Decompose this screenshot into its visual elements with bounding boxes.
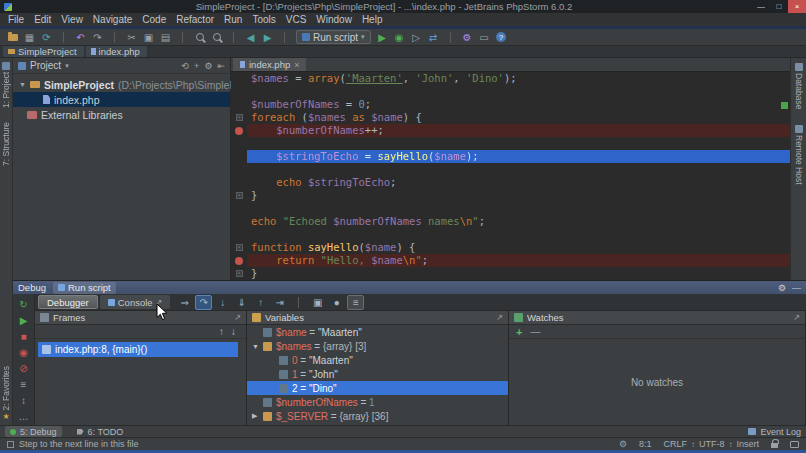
php-settings-icon[interactable]: ● [328, 295, 345, 310]
variable-row[interactable]: $name = "Maarten" [247, 325, 508, 339]
minimize-button[interactable]: — [752, 0, 770, 13]
breakpoint-icon[interactable] [235, 257, 243, 265]
variable-row[interactable]: ▼ $names = {array} [3] [247, 339, 508, 353]
copy-icon[interactable]: ▣ [140, 30, 157, 44]
sort-values-icon[interactable]: ↕ [16, 393, 32, 407]
project-structure-icon[interactable]: ▭ [476, 30, 493, 44]
rerun-icon[interactable]: ↻ [16, 297, 32, 311]
step-out-icon[interactable]: ↑ [252, 295, 269, 310]
code-line[interactable]: $names = array('Maarten', 'John', 'Dino'… [247, 72, 790, 85]
show-execution-point-icon[interactable]: ⇒ [176, 295, 193, 310]
menu-item[interactable]: Run [219, 14, 247, 25]
remove-watch-button[interactable]: — [530, 326, 540, 337]
open-icon[interactable] [4, 30, 21, 44]
separator[interactable] [442, 30, 459, 44]
replace-icon[interactable] [208, 30, 225, 44]
expand-arrow-icon[interactable]: ▶ [252, 412, 263, 420]
frame-up-icon[interactable]: ↑ [219, 326, 224, 337]
chevron-down-icon[interactable]: ▾ [65, 62, 69, 70]
undo-icon[interactable]: ↶ [72, 30, 89, 44]
breadcrumb-file[interactable]: index.php [86, 46, 147, 57]
tool-button-favorites[interactable]: 2: Favorites ★ [1, 366, 11, 421]
separator[interactable] [290, 295, 307, 310]
tree-item-root[interactable]: ▼ SimpleProject (D:\Projects\Php\SimpleP… [13, 77, 230, 92]
variable-row[interactable]: $numberOfNames = 1 [247, 395, 508, 409]
separator[interactable] [225, 30, 242, 44]
debug-icon[interactable]: ◉ [391, 30, 408, 44]
editor-code-lines[interactable]: $names = array('Maarten', 'John', 'Dino'… [247, 72, 790, 280]
tool-button-project[interactable]: 1: Project [1, 62, 11, 108]
code-line[interactable]: $stringToEcho = sayHello($name); [247, 150, 790, 163]
line-separator-indicator[interactable]: CRLF [663, 439, 687, 449]
close-icon[interactable]: × [294, 60, 299, 70]
add-watch-button[interactable]: + [516, 326, 522, 338]
variable-row[interactable]: 0 = "Maarten" [247, 353, 508, 367]
screen-reader-icon[interactable] [790, 441, 799, 448]
code-line[interactable]: echo "Echoed $numberOfNames names\n"; [247, 215, 790, 228]
tool-button[interactable]: Remote Host [794, 125, 804, 185]
separator[interactable] [55, 30, 72, 44]
hide-panel-icon[interactable]: ⇤ [217, 61, 225, 71]
menu-item[interactable]: Code [137, 14, 171, 25]
gear-icon[interactable]: ⚙ [619, 439, 627, 449]
encoding-indicator[interactable]: UTF-8 [699, 439, 725, 449]
run-with-coverage-icon[interactable]: ▷ [408, 30, 425, 44]
expand-icon[interactable]: + [194, 61, 199, 71]
variable-row[interactable]: 1 = "John" [247, 367, 508, 381]
panel-options-icon[interactable]: ↗ [793, 313, 800, 322]
fold-icon[interactable]: - [236, 270, 243, 277]
tool-button-structure[interactable]: 7: Structure [1, 122, 11, 166]
chevron-down-icon[interactable]: ▼ [19, 81, 26, 88]
collapse-all-icon[interactable]: ⟲ [182, 61, 190, 71]
synchronize-icon[interactable]: ⟳ [38, 30, 55, 44]
code-line[interactable]: function sayHello($name) { [247, 241, 790, 254]
tool-button-event-log[interactable]: Event Log [748, 427, 801, 437]
run-config-dropdown[interactable]: Run script ▾ [296, 30, 371, 44]
menu-item[interactable]: Refactor [171, 14, 219, 25]
code-area[interactable]: ---- $names = array('Maarten', 'John', '… [231, 72, 790, 280]
code-line[interactable] [247, 202, 790, 215]
breakpoint-icon[interactable] [235, 127, 243, 135]
run-icon[interactable]: ▶ [374, 30, 391, 44]
menu-item[interactable]: Window [311, 14, 357, 25]
view-breakpoints-icon[interactable]: ◉ [16, 345, 32, 359]
variable-row[interactable]: ▶ $_SERVER = {array} [36] [247, 409, 508, 423]
code-line[interactable] [247, 137, 790, 150]
menu-item[interactable]: File [3, 14, 29, 25]
code-line[interactable] [247, 163, 790, 176]
tool-button[interactable]: Database [794, 63, 804, 109]
forward-icon[interactable]: ▶ [259, 30, 276, 44]
expand-arrow-icon[interactable]: ▼ [252, 343, 263, 350]
find-icon[interactable] [191, 30, 208, 44]
console-view-icon[interactable]: ▣ [309, 295, 326, 310]
code-line[interactable] [247, 85, 790, 98]
tool-button-todo[interactable]: 6: TODO [72, 426, 129, 437]
debug-session-tab[interactable]: Run script [53, 282, 116, 294]
separator[interactable] [106, 30, 123, 44]
close-button[interactable]: × [788, 0, 806, 13]
tool-button-debug[interactable]: 5: Debug [5, 426, 62, 437]
debug-settings-icon[interactable]: ⚙ [778, 283, 786, 293]
fold-icon[interactable]: - [236, 114, 243, 121]
save-all-icon[interactable]: ▦ [21, 30, 38, 44]
tab-console[interactable]: Console ↗ [100, 295, 171, 309]
code-line[interactable]: $numberOfNames++; [247, 124, 790, 137]
menu-item[interactable]: VCS [281, 14, 312, 25]
breadcrumb-project[interactable]: SimpleProject [3, 46, 84, 57]
code-line[interactable] [247, 228, 790, 241]
more-icon[interactable]: … [16, 409, 32, 423]
tab-debugger[interactable]: Debugger [38, 295, 98, 309]
panel-options-icon[interactable]: ↗ [496, 313, 503, 322]
code-line[interactable]: } [247, 189, 790, 202]
code-line[interactable]: $numberOfNames = 0; [247, 98, 790, 111]
separator[interactable] [174, 30, 191, 44]
menu-item[interactable]: View [56, 14, 88, 25]
redo-icon[interactable]: ↷ [89, 30, 106, 44]
menu-item[interactable]: Navigate [88, 14, 137, 25]
menu-item[interactable]: Edit [29, 14, 56, 25]
code-line[interactable]: return "Hello, $name\n"; [247, 254, 790, 267]
fold-icon[interactable]: - [236, 244, 243, 251]
help-icon[interactable]: ? [493, 30, 510, 44]
fold-icon[interactable]: - [236, 192, 243, 199]
menu-item[interactable]: Tools [247, 14, 280, 25]
